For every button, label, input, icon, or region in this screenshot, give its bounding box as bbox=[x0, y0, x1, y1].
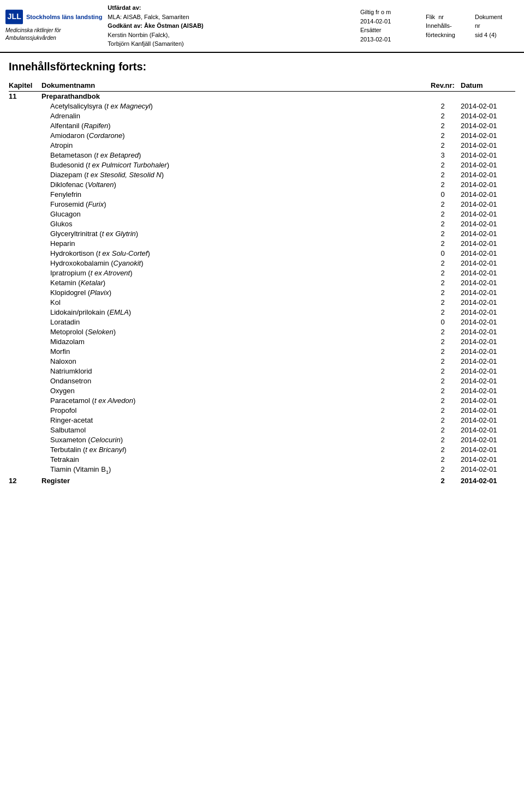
entry-kapitel bbox=[9, 209, 41, 219]
list-item: Lidokain/prilokain (EMLA)22014-02-01 bbox=[9, 308, 515, 317]
entry-name: Tiamin (Vitamin B1) bbox=[41, 465, 428, 476]
entry-datum: 2014-02-01 bbox=[461, 308, 515, 317]
list-item: Furosemid (Furix)22014-02-01 bbox=[9, 200, 515, 209]
entry-datum: 2014-02-01 bbox=[461, 317, 515, 327]
entry-name: Terbutalin (t ex Bricanyl) bbox=[41, 445, 428, 455]
entry-rev: 2 bbox=[428, 180, 461, 190]
entry-kapitel bbox=[9, 386, 41, 396]
list-item: Natriumklorid22014-02-01 bbox=[9, 366, 515, 376]
main-content: Innehållsförteckning forts: Kapitel Doku… bbox=[0, 53, 524, 491]
entry-rev: 2 bbox=[428, 445, 461, 455]
entry-kapitel bbox=[9, 239, 41, 249]
entry-name: Furosemid (Furix) bbox=[41, 200, 428, 209]
entry-datum: 2014-02-01 bbox=[461, 298, 515, 308]
list-item: Morfin22014-02-01 bbox=[9, 347, 515, 357]
entry-name: Oxygen bbox=[41, 386, 428, 396]
entry-kapitel bbox=[9, 190, 41, 200]
entry-rev: 2 bbox=[428, 111, 461, 121]
entry-name: Natriumklorid bbox=[41, 366, 428, 376]
entry-kapitel bbox=[9, 249, 41, 258]
entry-datum: 2014-02-01 bbox=[461, 111, 515, 121]
entry-kapitel bbox=[9, 465, 41, 476]
header-docnr: Dokument nr sid 4 (4) bbox=[475, 3, 519, 49]
list-item: Hydrokortison (t ex Solu-Cortef)02014-02… bbox=[9, 249, 515, 258]
list-item: Ipratropium (t ex Atrovent)22014-02-01 bbox=[9, 268, 515, 278]
entry-datum: 2014-02-01 bbox=[461, 465, 515, 476]
entry-datum: 2014-02-01 bbox=[461, 416, 515, 425]
entry-name: Loratadin bbox=[41, 317, 428, 327]
list-item: Fenylefrin02014-02-01 bbox=[9, 190, 515, 200]
list-item: Atropin22014-02-01 bbox=[9, 141, 515, 151]
entry-rev: 2 bbox=[428, 209, 461, 219]
entry-name: Ketamin (Ketalar) bbox=[41, 278, 428, 288]
chapter-name: Register bbox=[41, 476, 428, 485]
entry-rev: 0 bbox=[428, 249, 461, 258]
entry-rev: 3 bbox=[428, 151, 461, 160]
list-item: Tiamin (Vitamin B1)22014-02-01 bbox=[9, 465, 515, 476]
svg-text:JLL: JLL bbox=[8, 13, 22, 21]
list-item: Loratadin02014-02-01 bbox=[9, 317, 515, 327]
list-item: Naloxon22014-02-01 bbox=[9, 357, 515, 366]
entry-rev: 2 bbox=[428, 337, 461, 347]
entry-kapitel bbox=[9, 376, 41, 386]
table-header-row: Kapitel Dokumentnamn Rev.nr: Datum bbox=[9, 80, 515, 92]
entry-name: Morfin bbox=[41, 347, 428, 357]
list-item: Heparin22014-02-01 bbox=[9, 239, 515, 249]
toc-table: Kapitel Dokumentnamn Rev.nr: Datum 11Pre… bbox=[9, 80, 515, 486]
list-item: Diazepam (t ex Stesolid, Stesolid N)2201… bbox=[9, 170, 515, 180]
list-item: Suxameton (Celocurin)22014-02-01 bbox=[9, 435, 515, 445]
list-item: Midazolam22014-02-01 bbox=[9, 337, 515, 347]
entry-rev: 2 bbox=[428, 288, 461, 298]
entry-kapitel bbox=[9, 298, 41, 308]
chapter-rev bbox=[428, 91, 461, 101]
list-item: Terbutalin (t ex Bricanyl)22014-02-01 bbox=[9, 445, 515, 455]
entry-datum: 2014-02-01 bbox=[461, 121, 515, 131]
entry-datum: 2014-02-01 bbox=[461, 366, 515, 376]
entry-kapitel bbox=[9, 347, 41, 357]
entry-name: Adrenalin bbox=[41, 111, 428, 121]
list-item: Adrenalin22014-02-01 bbox=[9, 111, 515, 121]
entry-kapitel bbox=[9, 278, 41, 288]
list-item: Ketamin (Ketalar)22014-02-01 bbox=[9, 278, 515, 288]
entry-datum: 2014-02-01 bbox=[461, 200, 515, 209]
entry-kapitel bbox=[9, 229, 41, 239]
entry-rev: 0 bbox=[428, 317, 461, 327]
entry-rev: 2 bbox=[428, 121, 461, 131]
entry-kapitel bbox=[9, 111, 41, 121]
entry-name: Budesonid (t ex Pulmicort Turbohaler) bbox=[41, 160, 428, 170]
entry-kapitel bbox=[9, 396, 41, 406]
entry-kapitel bbox=[9, 180, 41, 190]
list-item: Acetylsalicylsyra (t ex Magnecyl)22014-0… bbox=[9, 101, 515, 111]
list-item: Amiodaron (Cordarone)22014-02-01 bbox=[9, 131, 515, 141]
header-flik: Flik nr Innehålls- förteckning bbox=[426, 3, 469, 49]
list-item: Oxygen22014-02-01 bbox=[9, 386, 515, 396]
header-validity: Giltig fr o m 2014-02-01 Ersätter 2013-0… bbox=[360, 3, 420, 49]
entry-datum: 2014-02-01 bbox=[461, 101, 515, 111]
entry-datum: 2014-02-01 bbox=[461, 376, 515, 386]
jll-logo-icon: JLL bbox=[5, 9, 23, 25]
chapter-name: Preparathandbok bbox=[41, 91, 428, 101]
list-item: Salbutamol22014-02-01 bbox=[9, 425, 515, 435]
entry-datum: 2014-02-01 bbox=[461, 141, 515, 151]
entry-datum: 2014-02-01 bbox=[461, 190, 515, 200]
entry-rev: 2 bbox=[428, 376, 461, 386]
entry-datum: 2014-02-01 bbox=[461, 327, 515, 337]
entry-name: Ipratropium (t ex Atrovent) bbox=[41, 268, 428, 278]
entry-rev: 2 bbox=[428, 239, 461, 249]
entry-rev: 2 bbox=[428, 258, 461, 268]
entry-kapitel bbox=[9, 308, 41, 317]
entry-kapitel bbox=[9, 258, 41, 268]
entry-datum: 2014-02-01 bbox=[461, 396, 515, 406]
entry-name: Betametason (t ex Betapred) bbox=[41, 151, 428, 160]
entry-kapitel bbox=[9, 200, 41, 209]
entry-name: Salbutamol bbox=[41, 425, 428, 435]
list-item: Ondansetron22014-02-01 bbox=[9, 376, 515, 386]
entry-rev: 2 bbox=[428, 386, 461, 396]
col-header-datum: Datum bbox=[461, 80, 515, 92]
chapter-number: 11 bbox=[9, 91, 41, 101]
entry-kapitel bbox=[9, 445, 41, 455]
entry-rev: 2 bbox=[428, 308, 461, 317]
entry-kapitel bbox=[9, 101, 41, 111]
entry-name: Metoprolol (Seloken) bbox=[41, 327, 428, 337]
entry-datum: 2014-02-01 bbox=[461, 347, 515, 357]
